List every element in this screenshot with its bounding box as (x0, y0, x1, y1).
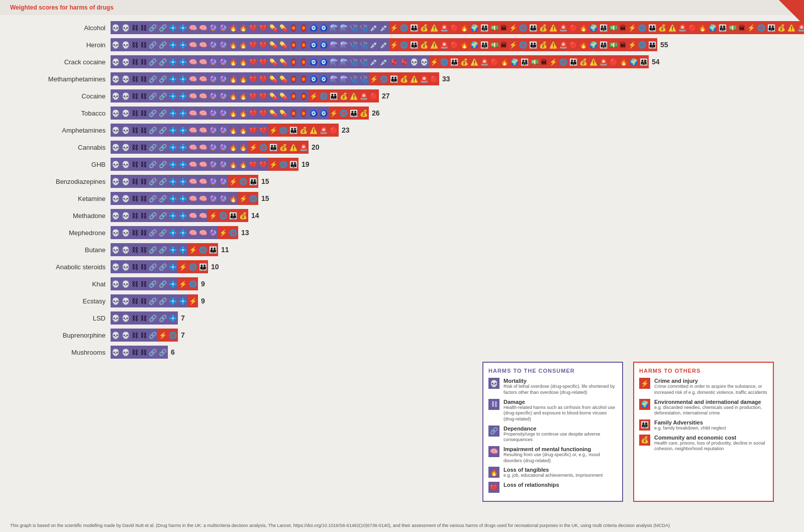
icon-segment-red: ⚡ (369, 72, 379, 85)
legend-item-desc: Propensity/urge to continue use despite … (504, 432, 617, 443)
icon-segment-purple: 🔗 (158, 38, 168, 51)
icon-segment-purple: 💠 (178, 89, 188, 102)
icon-segment-purple: 🧿 (319, 21, 329, 34)
icon-segment-purple: 🔮 (218, 158, 228, 171)
drug-row: Heroin💀💀⛓⛓🔗🔗💠💠🧠🧠🔮🔮🔥🔥💔💔💊💊🏮🏮🧿🧿⚗️⚗️🩺🩺💉💉⚡🌐👪💰… (30, 37, 774, 52)
icon-segment-purple: ⚗️ (339, 21, 349, 34)
icon-segment-purple: 💔 (248, 72, 258, 85)
score-label: 11 (221, 246, 229, 254)
icon-segment-red: 🏛 (499, 38, 508, 51)
drug-name: Khat (30, 280, 111, 288)
score-label: 20 (312, 143, 320, 151)
icon-segment-purple: 💔 (258, 38, 268, 51)
icon-segment-red: 👪 (288, 158, 298, 171)
icon-segment-purple: ⚗️ (329, 72, 339, 85)
icon-segment-purple: 💠 (178, 294, 188, 307)
drug-row: Mephedrone💀💀⛓⛓🔗🔗💠💠🧠🧠🔮⚡🌐13 (30, 225, 774, 240)
icon-segment-purple: 💊 (268, 72, 278, 85)
icon-segment-red: ⚡ (548, 55, 558, 68)
legend-text-block: Family Adversitiese.g. family breakdown,… (654, 419, 726, 432)
icon-segment-purple: 💔 (248, 158, 258, 171)
drug-bar: 💀💀⛓⛓🔗🔗💠⚡🌐 (111, 277, 198, 290)
icon-segment-purple: 💠 (168, 294, 178, 307)
icon-segment-purple: 🔗 (148, 209, 158, 222)
icon-segment-purple: 🔗 (148, 72, 158, 85)
icon-segment-purple: 🧠 (198, 55, 208, 68)
legend-item-title: Environmental and international damage (654, 399, 768, 405)
icon-segment-purple: 🔮 (208, 55, 218, 68)
icon-segment-purple: 🫀 (399, 55, 409, 68)
icon-segment-purple: 🧠 (188, 55, 198, 68)
legend-item-title: Loss of relationships (504, 482, 559, 488)
icon-segment-purple: 🔮 (218, 89, 228, 102)
icon-segment-purple: 💠 (178, 243, 188, 256)
icon-segment-purple: 💀 (111, 329, 121, 342)
drug-row: Methadone💀💀⛓⛓🔗🔗💠💠🧠🧠⚡🌐👪💰14 (30, 208, 774, 223)
bar-wrapper: 💀💀⛓⛓🔗🔗💠💠🧠🧠🔮🔮🔥🔥💔💔⚡🌐👪19 (111, 158, 310, 171)
icon-segment-red: 💰 (339, 89, 349, 102)
legend-item-icon: 🧠 (488, 446, 499, 457)
icon-segment-red: ⚡ (268, 124, 278, 137)
icon-segment-purple: ⛓ (131, 294, 139, 307)
bar-wrapper: 💀💀⛓⛓🔗🔗💠💠⚡🌐👪11 (111, 243, 229, 256)
icon-segment-red: 🌍 (629, 55, 639, 68)
icon-segment-purple: 🔥 (238, 55, 248, 68)
legend-item: 👨‍👩‍👧Family Adversitiese.g. family break… (639, 419, 768, 432)
icon-segment-purple: ⛓ (131, 21, 139, 34)
icon-segment-purple: ⛓ (131, 89, 139, 102)
icon-segment-purple: ⛓ (131, 329, 139, 342)
icon-segment-purple: 🔥 (228, 141, 238, 154)
icon-segment-purple: 🔗 (148, 175, 158, 188)
icon-segment-red: 👪 (349, 107, 359, 120)
icon-segment-red: ⚠️ (429, 21, 439, 34)
icon-segment-red: 💵 (728, 21, 738, 34)
icon-segment-purple: ⛓ (139, 294, 148, 307)
icon-segment-purple: 🔥 (238, 124, 248, 137)
legend-text-block: DamageHealth-related harms such as cirrh… (504, 399, 617, 422)
icon-segment-purple: 🧠 (188, 175, 198, 188)
drug-bar: 💀💀⛓⛓🔗🔗💠💠🧠🧠🔮🔮🔥🔥💔💔⚡🌐👪 (111, 158, 298, 171)
icon-segment-purple: 🔗 (148, 260, 158, 273)
icon-segment-purple: 💠 (178, 141, 188, 154)
icon-segment-purple: 🧠 (198, 158, 208, 171)
icon-segment-purple: 💊 (278, 89, 288, 102)
icon-segment-red: 🌐 (399, 21, 409, 34)
icon-segment-purple: 🔗 (158, 294, 168, 307)
icon-segment-purple: ⛓ (131, 124, 139, 137)
icon-segment-purple: ⚗️ (339, 55, 349, 68)
icon-segment-purple: 🔮 (218, 192, 228, 205)
legend-item-title: Loss of tangibles (504, 467, 603, 473)
icon-segment-purple: 🔗 (158, 209, 168, 222)
icon-segment-purple: 💠 (178, 38, 188, 51)
bar-wrapper: 💀💀⛓⛓🔗🔗💠💠🧠🧠🔮🔮🔥🔥💔💔💊💊🏮🏮🧿🧿⚗️⚗️🩺🩺⚡🌐👪💰⚠️🚨🔴33 (111, 72, 450, 85)
bar-wrapper: 💀💀⛓⛓🔗🔗6 (111, 346, 175, 359)
icon-segment-purple: ⛓ (139, 243, 148, 256)
icon-segment-purple: 💀 (111, 192, 121, 205)
icon-segment-purple: 💠 (178, 72, 188, 85)
legend-text-block: DependancePropensity/urge to continue us… (504, 425, 617, 443)
icon-segment-red: ⚡ (208, 209, 218, 222)
icon-segment-purple: 💠 (178, 209, 188, 222)
icon-segment-purple: 💊 (278, 55, 288, 68)
icon-segment-purple: 💔 (248, 124, 258, 137)
icon-segment-purple: 🫀 (389, 55, 399, 68)
icon-segment-red: 🔴 (449, 38, 459, 51)
icon-segment-purple: 🔮 (208, 141, 218, 154)
drug-name: Anabolic steroids (30, 263, 111, 271)
drug-row: Anabolic steroids💀💀⛓⛓🔗🔗💠⚡🌐👪10 (30, 259, 774, 274)
icon-segment-red: 🌍 (469, 21, 479, 34)
drug-name: Crack cocaine (30, 58, 111, 66)
drug-row: Amphetamines💀💀⛓⛓🔗🔗💠💠🧠🧠🔮🔮🔥🔥💔💔⚡🌐👪💰⚠️🚨🔴23 (30, 123, 774, 138)
legend-item: ⚡Crime and injuryCrime committed in orde… (639, 378, 768, 395)
drug-name: Cannabis (30, 144, 111, 151)
legend-item-icon: ⚡ (639, 378, 650, 389)
icon-segment-purple: 💠 (178, 158, 188, 171)
icon-segment-purple: 💀 (111, 346, 121, 359)
score-label: 6 (171, 348, 175, 356)
drug-name: Benzodiazepines (30, 178, 111, 185)
legend-item-desc: Crime committed in order to acquire the … (654, 384, 768, 395)
icon-segment-purple: 🔮 (208, 38, 218, 51)
score-label: 33 (442, 75, 450, 83)
icon-segment-purple: 🔥 (228, 192, 238, 205)
icon-segment-red: 🚨 (319, 124, 329, 137)
